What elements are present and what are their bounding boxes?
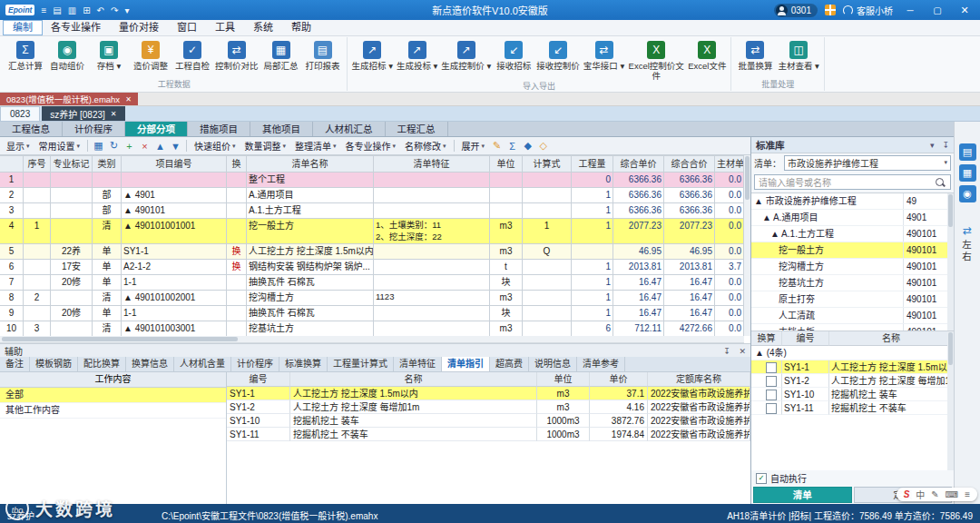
aux-tab-配比换算[interactable]: 配比换算 bbox=[78, 357, 126, 371]
toolbar-dropdown-常用设置[interactable]: 常用设置▾ bbox=[35, 139, 84, 153]
save-icon[interactable]: ⊞ bbox=[83, 5, 90, 15]
view-tab-人材机汇总[interactable]: 人材机汇总 bbox=[313, 122, 386, 136]
ribbon-button-Excel控制价文件[interactable]: XExcel控制价文件 bbox=[626, 38, 686, 82]
aux-tab-清单指引[interactable]: 清单指引 bbox=[442, 357, 490, 371]
aux-tab-标准换算[interactable]: 标准换算 bbox=[279, 357, 328, 371]
user-badge[interactable]: 0301 bbox=[774, 4, 818, 17]
quota-checkbox[interactable] bbox=[766, 403, 777, 414]
library-search-input[interactable]: 请输入编号或名称 bbox=[754, 174, 951, 190]
menu-tab-工具[interactable]: 工具 bbox=[206, 21, 244, 35]
ribbon-button-局部汇总[interactable]: ▦局部汇总 bbox=[260, 38, 302, 72]
menu-tab-系统[interactable]: 系统 bbox=[244, 21, 282, 35]
swap-layout-icon[interactable]: ⇄ bbox=[955, 224, 980, 237]
new-doc-icon[interactable]: ▤ bbox=[53, 5, 61, 15]
unit-tab[interactable]: sz养护 [0823] ✕ bbox=[42, 106, 124, 121]
table-hscrollbar[interactable] bbox=[0, 336, 744, 343]
dock-icon-0[interactable]: ▤ bbox=[959, 143, 976, 161]
gift-icon[interactable] bbox=[825, 5, 836, 15]
quota-row[interactable]: SY1-10挖掘机挖土 装车 bbox=[751, 388, 954, 401]
toolbar-icon-b0[interactable]: ✎ bbox=[490, 140, 504, 152]
boq-row[interactable]: 522养单SY1-1换人工挖土方 挖土深度 1.5m以内m3Q46.9546.9… bbox=[0, 244, 744, 260]
library-menu-icon[interactable]: ▾ bbox=[930, 141, 935, 150]
library-tree-item[interactable]: 原土打夯490101 bbox=[751, 291, 954, 308]
boq-row[interactable]: 103清▲ 490101003001挖基坑土方m36712.114272.660… bbox=[0, 321, 744, 337]
boq-row[interactable]: 920修单1-1抽换瓦件 石棉瓦块116.4716.470.0 bbox=[0, 306, 744, 321]
quota-row[interactable]: SY1-1人工挖土方 挖土深度 1.5m以内 bbox=[751, 360, 954, 374]
scrollbar-thumb[interactable] bbox=[948, 194, 953, 227]
ribbon-button-造价调整[interactable]: ¥造价调整 bbox=[130, 38, 172, 72]
toolbar-icon-a1[interactable]: ↻ bbox=[107, 140, 121, 152]
toolbar-dropdown-快速组价[interactable]: 快速组价▾ bbox=[191, 139, 240, 153]
ribbon-button-生成投标[interactable]: ↗生成投标 ▾ bbox=[395, 38, 439, 72]
boq-row[interactable]: 3部▲ 490101A.1.土方工程16366.366366.360.0 bbox=[0, 203, 744, 219]
toolbar-icon-a3[interactable]: × bbox=[138, 141, 152, 152]
ribbon-button-宝华接口[interactable]: ⇄宝华接口 ▾ bbox=[582, 38, 626, 72]
aux-tab-超高费[interactable]: 超高费 bbox=[490, 357, 529, 371]
ime-icon-1[interactable]: 中 bbox=[916, 488, 925, 501]
undo-icon[interactable]: ↶ bbox=[97, 5, 104, 15]
aux-tab-人材机含量[interactable]: 人材机含量 bbox=[174, 357, 231, 371]
ribbon-button-汇总计算[interactable]: Σ汇总计算 bbox=[5, 38, 46, 72]
library-pin-icon[interactable]: ↧ bbox=[942, 141, 949, 150]
ime-icon-4[interactable]: ≡ bbox=[965, 489, 970, 499]
guide-row[interactable]: SY1-2人工挖土方 挖土深度 每增加1mm34.162022安徽省市政设施养护… bbox=[227, 400, 750, 414]
aux-tab-清单特征[interactable]: 清单特征 bbox=[394, 357, 442, 371]
guide-row[interactable]: SY1-10挖掘机挖土 装车1000m33872.762022安徽省市政设施养护… bbox=[227, 414, 750, 428]
library-tree-item[interactable]: 人工清疏490101 bbox=[751, 308, 954, 324]
library-tree-item[interactable]: ▲ A.通用项目4901 bbox=[751, 210, 954, 226]
ribbon-button-自动组价[interactable]: ◉自动组价 bbox=[46, 38, 88, 72]
toolbar-icon-a5[interactable]: ▼ bbox=[169, 141, 182, 152]
toolbar-dropdown-数量调整[interactable]: 数量调整▾ bbox=[241, 139, 290, 153]
maximize-button[interactable]: ▢ bbox=[927, 5, 947, 15]
guide-row[interactable]: SY1-1人工挖土方 挖土深度 1.5m以内m337.12022安徽省市政设施养… bbox=[227, 387, 750, 400]
aux-tab-模板钢筋[interactable]: 模板钢筋 bbox=[30, 357, 78, 371]
ime-icon-0[interactable]: S bbox=[904, 489, 910, 499]
ribbon-button-工程自检[interactable]: ✓工程自检 bbox=[172, 38, 213, 72]
view-tab-计价程序[interactable]: 计价程序 bbox=[63, 122, 125, 136]
toolbar-dropdown-整理清单[interactable]: 整理清单▾ bbox=[291, 139, 340, 153]
menu-tab-窗口[interactable]: 窗口 bbox=[168, 21, 206, 35]
menu-tab-编制[interactable]: 编制 bbox=[4, 21, 42, 35]
ribbon-button-打印报表[interactable]: ▤打印报表 bbox=[302, 38, 344, 72]
toolbar-icon-a0[interactable]: ▦ bbox=[92, 140, 105, 152]
work-item[interactable]: 其他工作内容 bbox=[0, 403, 226, 419]
ribbon-button-控制价对比[interactable]: ⇄控制价对比 bbox=[213, 38, 260, 72]
ribbon-button-接收控制价[interactable]: ↙接收控制价 bbox=[534, 38, 582, 72]
open-folder-icon[interactable]: ▥ bbox=[68, 5, 76, 15]
toolbar-icon-b3[interactable]: ◇ bbox=[536, 140, 550, 152]
aux-tab-清单参考[interactable]: 清单参考 bbox=[577, 357, 625, 371]
aux-tab-说明信息[interactable]: 说明信息 bbox=[529, 357, 577, 371]
toolbar-dropdown-显示[interactable]: 显示▾ bbox=[3, 139, 34, 153]
scrollbar-thumb[interactable] bbox=[745, 156, 750, 200]
view-tab-分部分项[interactable]: 分部分项 bbox=[125, 122, 188, 136]
boq-row[interactable]: 617安单A2-1-2换钢结构安装 钢结构炉架 锅炉...t12013.8120… bbox=[0, 260, 744, 275]
library-tree-item[interactable]: 挖基坑土方490101 bbox=[751, 275, 954, 291]
ime-icon-3[interactable]: ⌨ bbox=[946, 489, 958, 499]
ribbon-button-接收招标[interactable]: ↙接收招标 bbox=[493, 38, 534, 72]
ribbon-button-批量换算[interactable]: ⇄批量换算 bbox=[734, 38, 776, 72]
library-tree-item[interactable]: ▲ 市政设施养护维修工程49 bbox=[751, 193, 954, 210]
redo-icon[interactable]: ↷ bbox=[111, 5, 118, 15]
menu-tab-各专业操作[interactable]: 各专业操作 bbox=[42, 21, 110, 35]
boq-row[interactable]: 82清▲ 490101002001挖沟槽土方1123m3116.4716.470… bbox=[0, 291, 744, 306]
library-tree-item[interactable]: 挖一般土方490101 bbox=[751, 242, 954, 259]
view-tab-措施项目[interactable]: 措施项目 bbox=[188, 122, 250, 136]
aux-close-icon[interactable]: ✕ bbox=[739, 347, 746, 356]
aux-tab-工程量计算式[interactable]: 工程量计算式 bbox=[328, 357, 394, 371]
quota-group-row[interactable]: ▲ (4条) bbox=[751, 346, 954, 360]
boq-row[interactable]: 720修单1-1抽换瓦件 石棉瓦块116.4716.470.0 bbox=[0, 275, 744, 291]
aux-tab-计价程序[interactable]: 计价程序 bbox=[231, 357, 279, 371]
file-tab-close-icon[interactable]: ✕ bbox=[125, 95, 132, 104]
work-item[interactable]: 全部 bbox=[0, 388, 226, 403]
library-tree-scrollbar[interactable] bbox=[947, 193, 954, 331]
menu-icon[interactable]: ≡ bbox=[41, 5, 46, 15]
aux-tab-换算信息[interactable]: 换算信息 bbox=[126, 357, 174, 371]
customer-service-button[interactable]: 客服小桥 bbox=[843, 4, 893, 17]
quota-row[interactable]: SY1-11挖掘机挖土 不装车 bbox=[751, 401, 954, 415]
aux-tab-备注[interactable]: 备注 bbox=[0, 357, 30, 371]
library-tree-item[interactable]: 挖沟槽土方490101 bbox=[751, 259, 954, 275]
boq-row[interactable]: 1整个工程06366.366366.360.0 bbox=[0, 173, 744, 188]
toolbar-dropdown-名称修改[interactable]: 名称修改▾ bbox=[401, 139, 450, 153]
ribbon-button-Excel文件[interactable]: XExcel文件 bbox=[686, 38, 728, 72]
ribbon-button-主材查看[interactable]: ◫主材查看 ▾ bbox=[776, 38, 820, 72]
